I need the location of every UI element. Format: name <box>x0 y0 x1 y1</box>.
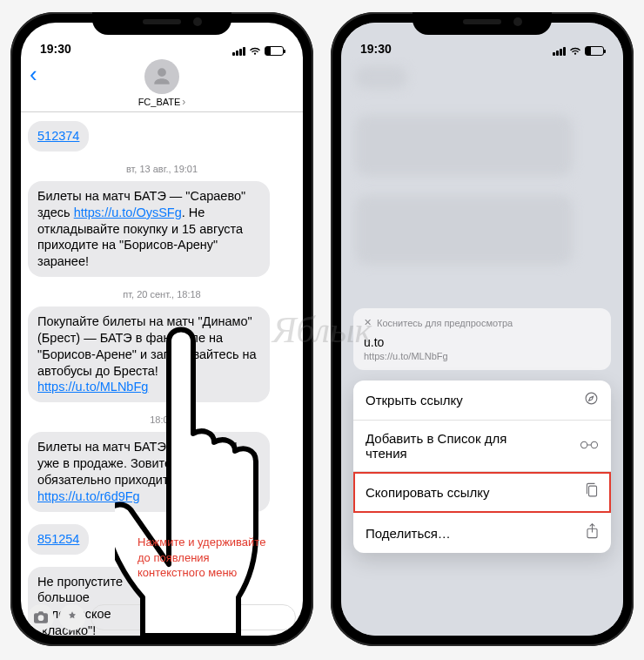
timestamp: вт, 13 авг., 19:01 <box>28 164 296 174</box>
menu-item-label: Скопировать ссылку <box>366 485 490 500</box>
svg-point-1 <box>580 441 587 448</box>
svg-point-0 <box>586 393 597 404</box>
message-link[interactable]: 851254 <box>37 532 79 546</box>
screen-right: 19:30 ✕ Коснитесь для предпросмотра u.to… <box>341 23 623 636</box>
glasses-icon <box>580 438 599 454</box>
back-button[interactable]: ‹ <box>30 63 37 85</box>
menu-open-link[interactable]: Открыть ссылку <box>353 381 611 421</box>
message-bubble[interactable]: Покупайте билеты на матч "Динамо" (Брест… <box>28 306 270 402</box>
appstore-button[interactable] <box>59 604 85 630</box>
contact-avatar[interactable] <box>144 59 179 94</box>
message-link[interactable]: https://u.to/r6d9Fg <box>37 489 140 503</box>
contact-name[interactable]: FC_BATE › <box>138 96 186 108</box>
message-bubble[interactable]: 851254 <box>28 524 89 555</box>
timestamp: пт, 20 сент., 18:18 <box>28 289 296 300</box>
preview-title: u.to <box>364 335 600 349</box>
message-link[interactable]: https://u.to/MLNbFg <box>37 380 148 394</box>
menu-copy-link[interactable]: Скопировать ссылку <box>353 472 611 513</box>
cellular-icon <box>553 47 566 56</box>
compass-icon <box>584 391 599 409</box>
battery-icon <box>585 46 604 56</box>
nav-header: ‹ FC_BATE › <box>21 57 303 112</box>
preview-hint-label: Коснитесь для предпросмотра <box>377 318 513 328</box>
status-time: 19:30 <box>40 42 71 56</box>
menu-item-label: Поделиться… <box>366 526 451 541</box>
notch <box>413 12 552 35</box>
message-bubble[interactable]: 512374 <box>28 121 89 152</box>
message-bubble[interactable]: Билеты на матч БАТЭ — "Сараево" здесь ht… <box>28 181 270 277</box>
menu-item-label: Добавить в Список для чтения <box>366 431 548 461</box>
menu-item-label: Открыть ссылку <box>366 393 463 407</box>
wifi-icon <box>249 47 261 56</box>
notch <box>92 12 231 35</box>
compose-bar <box>28 604 296 630</box>
phone-left: 19:30 ‹ FC_BATE › 512374 вт <box>10 12 313 646</box>
preview-url: https://u.to/MLNbFg <box>364 351 600 361</box>
message-link[interactable]: https://u.to/OysSFg <box>74 205 182 219</box>
battery-icon <box>265 46 284 56</box>
camera-button[interactable] <box>28 604 54 630</box>
status-right <box>553 46 604 56</box>
message-text: Покупайте билеты на матч "Динамо" (Брест… <box>37 314 257 378</box>
context-menu: Открыть ссылку Добавить в Список для чте… <box>353 381 611 553</box>
cellular-icon <box>232 47 245 56</box>
status-time: 19:30 <box>360 42 392 56</box>
close-icon[interactable]: ✕ <box>364 317 372 328</box>
timestamp: 18:01 <box>28 414 296 425</box>
message-input[interactable] <box>91 604 296 630</box>
share-icon <box>586 523 599 542</box>
menu-reading-list[interactable]: Добавить в Список для чтения <box>353 421 611 472</box>
conversation[interactable]: 512374 вт, 13 авг., 19:01 Билеты на матч… <box>21 112 303 636</box>
screen-left: 19:30 ‹ FC_BATE › 512374 вт <box>21 23 303 636</box>
message-bubble[interactable]: Билеты на матч БАТЭ — "Гомель" уже в про… <box>28 432 270 511</box>
contact-name-label: FC_BATE <box>138 97 181 107</box>
message-text: Билеты на матч БАТЭ — "Гомель" уже в про… <box>37 440 237 487</box>
status-right <box>232 46 284 56</box>
svg-point-2 <box>591 441 597 448</box>
svg-rect-3 <box>589 486 597 496</box>
message-link[interactable]: 512374 <box>37 129 79 143</box>
copy-icon <box>585 482 599 502</box>
menu-share[interactable]: Поделиться… <box>353 513 611 553</box>
preview-hint: ✕ Коснитесь для предпросмотра <box>364 317 600 328</box>
phone-right: 19:30 ✕ Коснитесь для предпросмотра u.to… <box>331 12 634 646</box>
context-menu-wrap: ✕ Коснитесь для предпросмотра u.to https… <box>353 308 611 553</box>
link-preview-card[interactable]: ✕ Коснитесь для предпросмотра u.to https… <box>353 308 611 370</box>
chevron-right-icon: › <box>182 96 185 108</box>
wifi-icon <box>569 47 581 56</box>
